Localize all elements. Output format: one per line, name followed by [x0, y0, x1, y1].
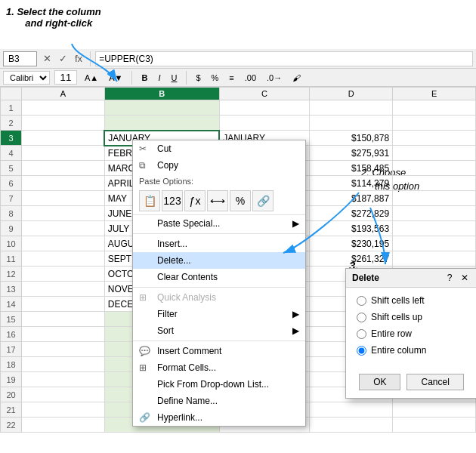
- radio-entire-row-input[interactable]: [357, 329, 366, 339]
- cell-e10[interactable]: [393, 236, 476, 251]
- cell-a12[interactable]: [22, 267, 105, 282]
- cell-a16[interactable]: [22, 327, 105, 342]
- paste-btn-6[interactable]: 🔗: [252, 190, 274, 211]
- cell-b2[interactable]: [104, 116, 219, 131]
- cell-d5[interactable]: $158,485: [310, 161, 393, 176]
- font-grow-btn[interactable]: A▲: [82, 72, 101, 84]
- cell-e21[interactable]: [393, 402, 476, 418]
- bold-btn[interactable]: B: [138, 72, 150, 84]
- radio-entire-col-input[interactable]: [357, 346, 366, 356]
- dialog-close-btn[interactable]: ✕: [459, 272, 471, 284]
- cell-a5[interactable]: [22, 161, 105, 176]
- cell-d7[interactable]: $187,887: [310, 191, 393, 206]
- context-menu[interactable]: ✂ Cut ⧉ Copy Paste Options: 📋 123 ƒx ⟷ %…: [132, 140, 306, 427]
- cell-e11[interactable]: [393, 251, 476, 267]
- insert-function-btn[interactable]: fx: [72, 52, 85, 65]
- cell-d9[interactable]: $193,563: [310, 221, 393, 236]
- cell-a9[interactable]: [22, 221, 105, 236]
- cell-a15[interactable]: [22, 312, 105, 327]
- cell-d1[interactable]: [310, 100, 393, 116]
- cell-e5[interactable]: [393, 161, 476, 176]
- ctx-copy[interactable]: ⧉ Copy: [133, 157, 305, 174]
- radio-shift-left[interactable]: Shift cells left: [357, 295, 466, 306]
- italic-btn[interactable]: I: [155, 72, 163, 84]
- cell-a21[interactable]: [22, 402, 105, 418]
- paste-btn-2[interactable]: 123: [162, 190, 183, 211]
- radio-entire-col[interactable]: Entire column: [357, 345, 466, 356]
- paste-btn-5[interactable]: %: [230, 190, 251, 211]
- cell-d11[interactable]: $261,327: [310, 251, 393, 267]
- cell-a20[interactable]: [22, 387, 105, 402]
- cell-a10[interactable]: [22, 236, 105, 251]
- cell-e3[interactable]: [393, 131, 476, 146]
- ctx-insert-comment[interactable]: 💬 Insert Comment: [133, 343, 305, 359]
- cell-c2[interactable]: [219, 116, 310, 131]
- cell-e6[interactable]: [393, 176, 476, 191]
- formula-input[interactable]: [95, 51, 473, 66]
- cell-a22[interactable]: [22, 418, 105, 433]
- ctx-clear[interactable]: Clear Contents: [133, 269, 305, 285]
- cell-a8[interactable]: [22, 206, 105, 221]
- font-size-input[interactable]: [54, 70, 77, 85]
- font-shrink-btn[interactable]: A▼: [106, 72, 125, 84]
- ctx-define-name[interactable]: Define Name...: [133, 393, 305, 409]
- cell-d4[interactable]: $275,931: [310, 146, 393, 161]
- cell-reference-box[interactable]: B3: [3, 51, 37, 66]
- ctx-hyperlink[interactable]: 🔗 Hyperlink...: [133, 409, 305, 426]
- radio-entire-row[interactable]: Entire row: [357, 328, 466, 339]
- confirm-formula-btn[interactable]: ✓: [56, 52, 70, 65]
- cell-d21[interactable]: [310, 402, 393, 418]
- ctx-insert[interactable]: Insert...: [133, 236, 305, 252]
- dollar-btn[interactable]: $: [193, 72, 203, 84]
- paste-btn-4[interactable]: ⟷: [207, 190, 228, 211]
- ctx-cut[interactable]: ✂ Cut: [133, 140, 305, 157]
- cell-d2[interactable]: [310, 116, 393, 131]
- cell-a3[interactable]: [22, 131, 105, 146]
- col-header-d[interactable]: D: [310, 88, 393, 100]
- col-header-c[interactable]: C: [219, 88, 310, 100]
- dialog-ok-btn[interactable]: OK: [359, 374, 400, 390]
- paint-btn[interactable]: 🖌: [289, 72, 304, 84]
- ctx-filter[interactable]: Filter ▶: [133, 306, 305, 322]
- cell-a7[interactable]: [22, 191, 105, 206]
- cell-a1[interactable]: [22, 100, 105, 116]
- ctx-sort[interactable]: Sort ▶: [133, 322, 305, 339]
- font-name-dropdown[interactable]: Calibri: [3, 71, 50, 85]
- cell-a14[interactable]: [22, 297, 105, 312]
- cell-e7[interactable]: [393, 191, 476, 206]
- cell-b1[interactable]: [104, 100, 219, 116]
- ctx-format-cells[interactable]: ⊞ Format Cells...: [133, 359, 305, 376]
- col-header-b[interactable]: B: [104, 88, 219, 100]
- cell-a2[interactable]: [22, 116, 105, 131]
- cell-e8[interactable]: [393, 206, 476, 221]
- cell-e9[interactable]: [393, 221, 476, 236]
- radio-shift-up[interactable]: Shift cells up: [357, 312, 466, 322]
- increase-decimal-btn[interactable]: .0→: [264, 72, 285, 84]
- radio-shift-up-input[interactable]: [357, 313, 366, 322]
- cell-d22[interactable]: [310, 418, 393, 433]
- cell-d10[interactable]: $230,195: [310, 236, 393, 251]
- ctx-pick-dropdown[interactable]: Pick From Drop-down List...: [133, 376, 305, 393]
- cell-a18[interactable]: [22, 357, 105, 372]
- col-header-a[interactable]: A: [22, 88, 105, 100]
- cell-a17[interactable]: [22, 342, 105, 357]
- cell-e1[interactable]: [393, 100, 476, 116]
- cell-a4[interactable]: [22, 146, 105, 161]
- cell-e22[interactable]: [393, 418, 476, 433]
- dialog-cancel-btn[interactable]: Cancel: [406, 374, 463, 390]
- percent-btn[interactable]: %: [209, 72, 222, 84]
- radio-shift-left-input[interactable]: [357, 296, 366, 306]
- cell-a11[interactable]: [22, 251, 105, 267]
- cell-a6[interactable]: [22, 176, 105, 191]
- cell-e4[interactable]: [393, 146, 476, 161]
- paste-btn-3[interactable]: ƒx: [184, 190, 206, 211]
- ctx-paste-special[interactable]: Paste Special... ▶: [133, 215, 305, 232]
- cell-d3[interactable]: $150,878: [310, 131, 393, 146]
- cell-c1[interactable]: [219, 100, 310, 116]
- cell-d8[interactable]: $272,829: [310, 206, 393, 221]
- ctx-delete[interactable]: Delete...: [133, 252, 305, 269]
- cancel-formula-btn[interactable]: ✕: [40, 52, 54, 65]
- col-header-e[interactable]: E: [393, 88, 476, 100]
- align-left-btn[interactable]: ≡: [226, 72, 236, 84]
- paste-btn-1[interactable]: 📋: [139, 190, 160, 211]
